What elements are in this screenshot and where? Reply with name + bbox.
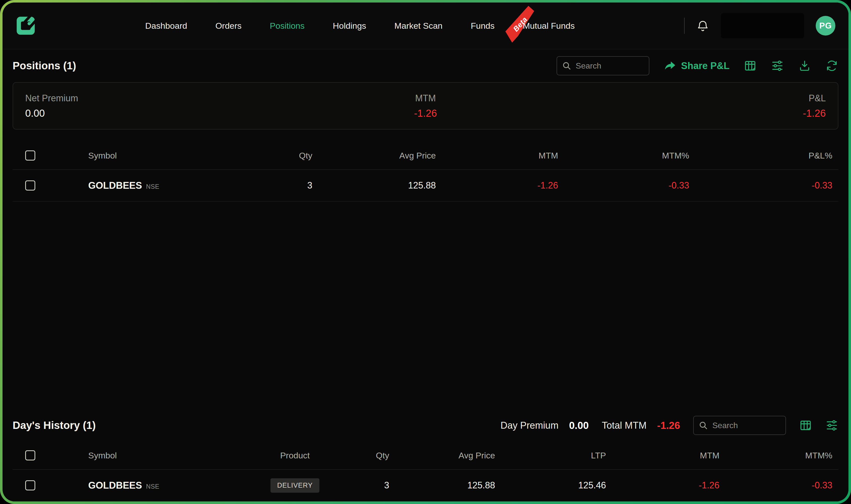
app-window: Dashboard Orders Positions Holdings Mark… [2,2,849,502]
col-mtm-pct: MTM% [724,451,838,461]
filter-sliders-icon[interactable] [825,419,838,432]
col-ltp: LTP [499,451,610,461]
total-mtm-pair: Total MTM -1.26 [602,420,680,431]
nav-item-market-scan[interactable]: Market Scan [394,21,443,31]
days-history-search-input[interactable] [712,421,781,430]
nav-divider [684,18,685,34]
search-icon [562,61,572,71]
mtm-block: MTM -1.26 [292,93,559,119]
days-history-header-row: Day's History (1) Day Premium 0.00 Total… [13,409,838,442]
nav-item-holdings[interactable]: Holdings [333,21,366,31]
cell-mtm-pct: -0.33 [562,180,693,191]
positions-table-header: Symbol Qty Avg Price MTM MTM% P&L% [13,142,838,170]
nav-item-positions[interactable]: Positions [270,21,304,31]
cell-ltp: 125.46 [499,480,610,491]
nav-right-group: PG [684,13,835,38]
days-history-table: Symbol Product Qty Avg Price LTP MTM MTM… [13,442,838,502]
pnl-label: P&L [559,93,826,104]
avatar[interactable]: PG [816,16,835,36]
col-product: Product [224,451,366,461]
table-columns-icon[interactable] [744,59,757,72]
pnl-block: P&L -1.26 [559,93,826,119]
search-icon [698,420,708,430]
user-id-redacted [721,13,804,38]
cell-qty: 3 [366,480,393,491]
empty-space [13,202,838,409]
col-qty: Qty [366,451,393,461]
col-qty: Qty [224,151,316,161]
brand-logo-icon[interactable] [16,16,36,36]
position-row-goldbees[interactable]: GOLDBEES NSE 3 125.88 -1.26 -0.33 -0.33 [13,170,838,202]
download-icon[interactable] [798,59,811,72]
positions-controls: Share P&L [556,56,838,75]
top-navbar: Dashboard Orders Positions Holdings Mark… [2,2,849,49]
col-avg-price: Avg Price [393,451,499,461]
col-mtm: MTM [610,451,724,461]
row-checkbox[interactable] [25,180,35,191]
col-symbol: Symbol [48,151,224,161]
cell-avg-price: 125.88 [316,180,440,191]
exchange-tag: NSE [146,183,159,190]
mtm-label: MTM [292,93,559,104]
share-arrow-icon [663,59,677,72]
positions-search-input[interactable] [576,61,644,71]
select-all-checkbox[interactable] [25,150,35,161]
day-premium-label: Day Premium [500,420,559,431]
filter-sliders-icon[interactable] [771,59,784,72]
days-history-title: Day's History (1) [13,419,96,431]
days-history-controls: Day Premium 0.00 Total MTM -1.26 [500,416,838,435]
cell-mtm-pct: -0.33 [724,480,838,491]
col-mtm-pct: MTM% [562,151,693,161]
col-mtm: MTM [440,151,562,161]
total-mtm-value: -1.26 [657,420,680,431]
mtm-value: -1.26 [292,108,559,119]
col-pnl-pct: P&L% [693,151,838,161]
select-all-checkbox[interactable] [25,450,35,461]
row-checkbox[interactable] [25,480,35,490]
positions-table: Symbol Qty Avg Price MTM MTM% P&L% GOLDB… [13,142,838,202]
cell-avg-price: 125.88 [393,480,499,491]
window-frame: Dashboard Orders Positions Holdings Mark… [0,0,851,504]
refresh-icon[interactable] [825,59,838,72]
cell-pnl-pct: -0.33 [693,180,838,191]
nav-item-funds[interactable]: Funds [471,21,495,31]
nav-item-mutual-funds[interactable]: Beta Mutual Funds [523,21,575,31]
cell-mtm: -1.26 [440,180,562,191]
net-premium-label: Net Premium [25,93,292,104]
pnl-value: -1.26 [559,108,826,119]
pnl-summary-card: Net Premium 0.00 MTM -1.26 P&L -1.26 [13,82,838,129]
net-premium-block: Net Premium 0.00 [25,93,292,119]
cell-mtm: -1.26 [610,480,724,491]
day-premium-value: 0.00 [569,420,589,431]
symbol-name: GOLDBEES [88,180,142,191]
positions-search [556,56,649,75]
positions-header-row: Positions (1) Share P&L [13,49,838,82]
nav-item-orders[interactable]: Orders [215,21,242,31]
cell-qty: 3 [224,180,316,191]
total-mtm-label: Total MTM [602,420,646,431]
col-avg-price: Avg Price [316,151,440,161]
day-premium-pair: Day Premium 0.00 [500,420,589,431]
table-columns-icon[interactable] [799,419,812,432]
days-history-search [693,416,786,435]
share-pnl-button[interactable]: Share P&L [663,59,729,72]
col-symbol: Symbol [48,451,224,461]
page-title: Positions (1) [13,60,76,72]
product-badge: DELIVERY [270,478,319,493]
days-history-table-header: Symbol Product Qty Avg Price LTP MTM MTM… [13,442,838,470]
net-premium-value: 0.00 [25,108,292,119]
exchange-tag: NSE [146,483,159,490]
symbol-name: GOLDBEES [88,480,142,491]
main-content: Positions (1) Share P&L [2,49,849,502]
nav-menu: Dashboard Orders Positions Holdings Mark… [145,21,575,31]
nav-item-dashboard[interactable]: Dashboard [145,21,187,31]
history-row-goldbees[interactable]: GOLDBEES NSE DELIVERY 3 125.88 125.46 -1… [13,470,838,502]
notifications-bell-icon[interactable] [696,19,709,32]
